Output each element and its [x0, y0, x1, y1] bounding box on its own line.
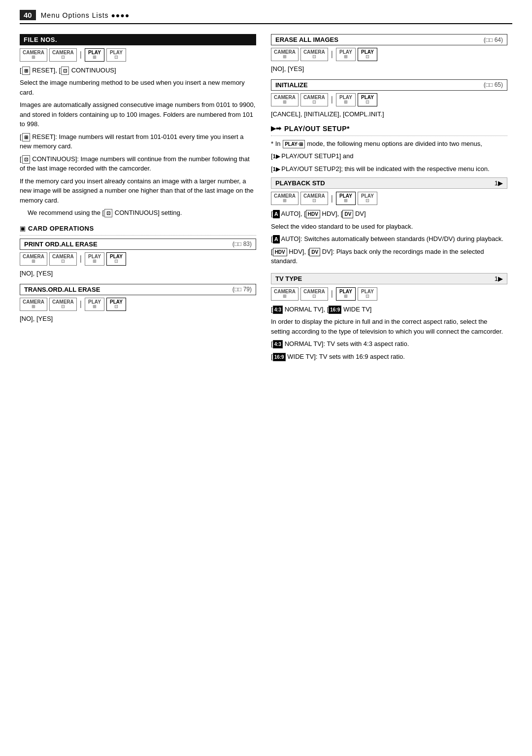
tvt-play2: PLAY ⊡ — [358, 287, 377, 301]
playback-std-icon: 1▶ — [495, 179, 503, 187]
tv-type-title: TV TYPE — [275, 275, 302, 282]
trans-ord-ref: (□□ 79) — [233, 286, 252, 293]
file-nos-desc6: We recommend using the [⊡ CONTINUOUS] se… — [28, 208, 256, 218]
divider5: | — [331, 95, 333, 104]
tv-type-body: [4:3 NORMAL TV], [16:9 WIDE TV] In order… — [271, 305, 507, 362]
file-nos-play1-icon: ⊞ — [93, 55, 97, 60]
tv-type-header: TV TYPE 1▶ — [271, 273, 507, 284]
page-number: 40 — [20, 10, 36, 20]
right-column: ERASE ALL IMAGES (□□ 64) CAMERA ⊞ CAMERA… — [271, 34, 507, 368]
initialize-options: [CANCEL], [INITIALIZE], [COMPL.INIT.] — [271, 110, 507, 118]
erase-all-title: ERASE ALL IMAGES — [275, 36, 484, 43]
file-nos-desc3: [⊞ RESET]: Image numbers will restart fr… — [20, 132, 256, 151]
continuous-icon3: ⊡ — [104, 209, 112, 217]
init-play2: PLAY ⊡ — [358, 93, 377, 106]
file-nos-header: FILE NOS. — [20, 34, 256, 45]
tvt-desc2: [4:3 NORMAL TV]: TV sets with 4:3 aspect… — [271, 339, 507, 349]
divider1: | — [80, 50, 82, 59]
pbs-play2: PLAY ⊡ — [358, 192, 377, 205]
continuous-icon2: ⊡ — [22, 155, 30, 164]
file-nos-cam2-badge: CAMERA ⊡ — [49, 48, 77, 62]
ratio43-icon: 4:3 — [273, 306, 283, 314]
divider4: | — [331, 50, 333, 59]
init-cam1: CAMERA ⊞ — [271, 93, 299, 106]
card-ops-header-row: ▣ CARD OPERATIONS — [20, 225, 256, 232]
playout-header: ▶➡ PLAY/OUT SETUP* — [271, 125, 507, 133]
pbs-desc1: Select the video standard to be used for… — [271, 222, 507, 232]
initialize-badges: CAMERA ⊞ CAMERA ⊡ | PLAY ⊞ PLAY ⊡ — [271, 93, 507, 106]
setup2-icon: 1▶ — [273, 166, 280, 172]
print-ord-play2: PLAY ⊡ — [106, 252, 126, 266]
initialize-ref: (□□ 65) — [484, 81, 503, 88]
two-col-layout: FILE NOS. CAMERA ⊞ CAMERA ⊡ | PLAY ⊞ — [20, 34, 512, 368]
print-ord-badges: CAMERA ⊞ CAMERA ⊡ | PLAY ⊞ — [20, 252, 256, 266]
file-nos-desc5: If the memory card you insert already co… — [20, 176, 256, 206]
initialize-section: INITIALIZE (□□ 65) CAMERA ⊞ CAMERA ⊡ | P… — [271, 79, 507, 118]
pbs-cam1: CAMERA ⊞ — [271, 192, 299, 205]
print-ord-ref: (□□ 83) — [233, 241, 252, 247]
print-ord-header: PRINT ORD.ALL ERASE (□□ 83) — [20, 239, 256, 250]
erase-all-play1: PLAY ⊞ — [336, 48, 356, 61]
file-nos-cam1-badge: CAMERA ⊞ — [20, 48, 47, 62]
erase-all-cam1: CAMERA ⊞ — [271, 48, 299, 61]
card-ops-divider — [20, 235, 256, 236]
tvt-desc3: [16:9 WIDE TV]: TV sets with 16:9 aspect… — [271, 352, 507, 362]
playout-note1: * In PLAY·⊞ mode, the following menu opt… — [271, 139, 507, 149]
tvt-options: [4:3 NORMAL TV], [16:9 WIDE TV] — [271, 305, 507, 314]
print-ord-section: PRINT ORD.ALL ERASE (□□ 83) CAMERA ⊞ CAM… — [20, 239, 256, 277]
card-operations-section: ▣ CARD OPERATIONS PRINT ORD.ALL ERASE (□… — [20, 225, 256, 322]
init-play1: PLAY ⊞ — [336, 93, 356, 106]
playback-std-badges: CAMERA ⊞ CAMERA ⊡ | PLAY ⊞ — [271, 192, 507, 205]
trans-ord-cam1: CAMERA ⊞ — [20, 298, 47, 311]
ratio169-icon: 16:9 — [329, 306, 341, 314]
card-ops-icon: ▣ — [20, 225, 26, 232]
playout-divider — [271, 136, 507, 136]
trans-ord-play2: PLAY ⊡ — [106, 298, 126, 311]
erase-all-badges: CAMERA ⊞ CAMERA ⊡ | PLAY ⊞ PLAY ⊡ — [271, 48, 507, 61]
file-nos-desc2: Images are automatically assigned consec… — [20, 100, 256, 129]
playout-note3: [1▶ PLAY/OUT SETUP2]; this will be indic… — [271, 164, 507, 174]
divider2: | — [80, 254, 82, 263]
reset-icon2: ⊞ — [22, 133, 30, 141]
page-container: 40 Menu Options Lists ●●●● FILE NOS. CAM… — [0, 0, 532, 756]
setup1-icon: 1▶ — [273, 153, 280, 159]
pbs-body: [A AUTO], [HDV HDV], [DV DV] Select the … — [271, 209, 507, 266]
initialize-header: INITIALIZE (□□ 65) — [271, 79, 507, 91]
erase-all-cam2: CAMERA ⊡ — [300, 48, 328, 61]
divider6: | — [331, 194, 333, 203]
tvt-cam1: CAMERA ⊞ — [271, 287, 299, 301]
erase-all-ref: (□□ 64) — [484, 36, 503, 43]
tv-type-badges: CAMERA ⊞ CAMERA ⊡ | PLAY ⊞ — [271, 287, 507, 301]
dv-icon: DV — [342, 210, 353, 218]
hdv-icon2: HDV — [273, 248, 287, 256]
left-column: FILE NOS. CAMERA ⊞ CAMERA ⊡ | PLAY ⊞ — [20, 34, 256, 368]
file-nos-body: [⊞ RESET], [⊡ CONTINUOUS] Select the ima… — [20, 66, 256, 218]
pbs-cam2: CAMERA ⊡ — [300, 192, 328, 205]
playout-notes: * In PLAY·⊞ mode, the following menu opt… — [271, 139, 507, 174]
playback-std-section: PLAYBACK STD 1▶ CAMERA ⊞ CAMERA ⊡ | — [271, 177, 507, 266]
playout-title: PLAY/OUT SETUP* — [284, 125, 350, 133]
tvt-desc1: In order to display the picture in full … — [271, 317, 507, 336]
playout-icon: ▶➡ — [271, 125, 281, 132]
play-mode-icon: PLAY·⊞ — [283, 140, 305, 148]
erase-all-header: ERASE ALL IMAGES (□□ 64) — [271, 34, 507, 45]
file-nos-section: FILE NOS. CAMERA ⊞ CAMERA ⊡ | PLAY ⊞ — [20, 34, 256, 218]
playout-setup-section: ▶➡ PLAY/OUT SETUP* * In PLAY·⊞ mode, the… — [271, 125, 507, 361]
file-nos-badges: CAMERA ⊞ CAMERA ⊡ | PLAY ⊞ PLAY ⊡ — [20, 48, 256, 62]
tvt-play1: PLAY ⊞ — [336, 287, 356, 301]
erase-all-section: ERASE ALL IMAGES (□□ 64) CAMERA ⊞ CAMERA… — [271, 34, 507, 72]
file-nos-desc4: [⊡ CONTINUOUS]: Image numbers will conti… — [20, 154, 256, 173]
trans-ord-cam2: CAMERA ⊡ — [49, 298, 77, 311]
ratio169-icon2: 16:9 — [273, 353, 286, 361]
dv-icon2: DV — [309, 248, 320, 256]
tv-type-section: TV TYPE 1▶ CAMERA ⊞ CAMERA ⊡ | — [271, 273, 507, 361]
pbs-desc2: [A AUTO]: Switches automatically between… — [271, 234, 507, 244]
trans-ord-badges: CAMERA ⊞ CAMERA ⊡ | PLAY ⊞ — [20, 298, 256, 311]
init-cam2: CAMERA ⊡ — [300, 93, 328, 106]
divider7: | — [331, 289, 333, 298]
hdv-icon: HDV — [306, 210, 320, 218]
divider3: | — [80, 300, 82, 309]
pbs-desc3: [HDV HDV], [DV DV]: Plays back only the … — [271, 247, 507, 266]
file-nos-cam1-icon: ⊞ — [32, 55, 35, 60]
tvt-cam2: CAMERA ⊡ — [300, 287, 328, 301]
